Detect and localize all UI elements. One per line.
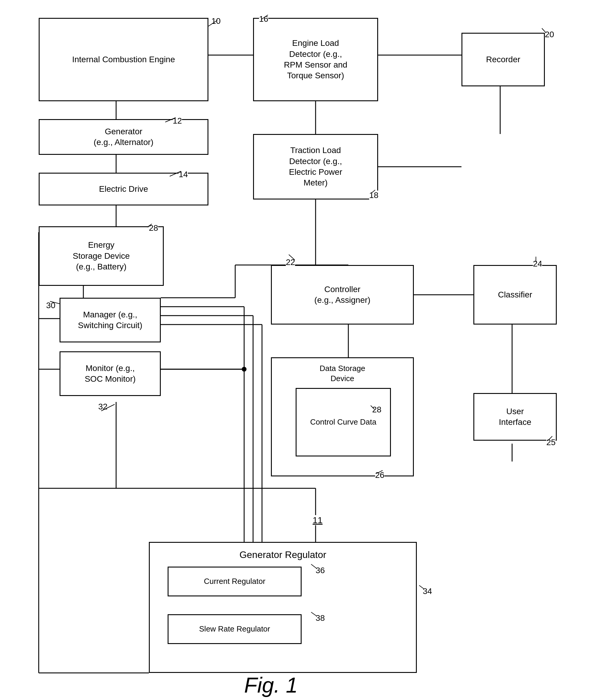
classifier-box: Classifier <box>473 265 557 325</box>
ref-30: 30 <box>46 301 55 310</box>
ice-label: Internal Combustion Engine <box>72 54 175 65</box>
generator-box: Generator(e.g., Alternator) <box>39 119 208 155</box>
ref-28-control: 28 <box>372 405 381 415</box>
current-regulator-label: Current Regulator <box>204 576 266 586</box>
ref-24: 24 <box>533 259 542 269</box>
ref-22: 22 <box>286 257 295 267</box>
ref-32: 32 <box>98 402 107 411</box>
user-interface-label: UserInterface <box>499 406 531 428</box>
slew-rate-box: Slew Rate Regulator <box>168 614 302 644</box>
user-interface-box: UserInterface <box>473 393 557 441</box>
ref-34: 34 <box>423 586 432 596</box>
junction-dot <box>242 367 247 372</box>
ref-25: 25 <box>546 438 556 447</box>
traction-load-box: Traction LoadDetector (e.g.,Electric Pow… <box>253 134 378 199</box>
monitor-label: Monitor (e.g.,SOC Monitor) <box>84 363 135 385</box>
ref-36: 36 <box>316 566 325 575</box>
ref-10: 10 <box>211 16 221 26</box>
data-storage-outer-box: Data StorageDevice Control Curve Data <box>271 357 414 476</box>
energy-storage-box: EnergyStorage Device(e.g., Battery) <box>39 226 164 286</box>
engine-load-label: Engine LoadDetector (e.g.,RPM Sensor and… <box>284 38 347 81</box>
controller-label: Controller(e.g., Assigner) <box>315 284 370 306</box>
energy-storage-label: EnergyStorage Device(e.g., Battery) <box>73 240 129 272</box>
recorder-label: Recorder <box>486 54 520 65</box>
ref-12: 12 <box>173 116 182 126</box>
diagram: Internal Combustion Engine 10 Generator(… <box>0 0 602 700</box>
generator-label: Generator(e.g., Alternator) <box>94 126 154 148</box>
ice-box: Internal Combustion Engine <box>39 18 208 101</box>
traction-load-label: Traction LoadDetector (e.g.,Electric Pow… <box>289 145 343 189</box>
data-storage-label: Data StorageDevice <box>320 364 365 384</box>
ref-28-energy: 28 <box>149 223 158 233</box>
ref-20: 20 <box>545 30 554 39</box>
electric-drive-label: Electric Drive <box>99 184 148 195</box>
gen-regulator-label: Generator Regulator <box>240 549 326 561</box>
manager-label: Manager (e.g.,Switching Circuit) <box>78 309 142 331</box>
ref-11: 11 <box>312 515 322 525</box>
ref-16: 16 <box>259 14 268 24</box>
manager-box: Manager (e.g.,Switching Circuit) <box>59 298 161 343</box>
engine-load-box: Engine LoadDetector (e.g.,RPM Sensor and… <box>253 18 378 101</box>
figure-label: Fig. 1 <box>244 673 298 697</box>
recorder-box: Recorder <box>461 33 545 86</box>
slew-rate-label: Slew Rate Regulator <box>199 624 270 634</box>
monitor-box: Monitor (e.g.,SOC Monitor) <box>59 351 161 396</box>
control-curve-label: Control Curve Data <box>310 417 377 427</box>
ref-14: 14 <box>179 170 188 179</box>
ref-38: 38 <box>316 614 325 623</box>
ref-18: 18 <box>369 191 378 200</box>
classifier-label: Classifier <box>498 290 532 300</box>
ref-26: 26 <box>375 470 384 480</box>
control-curve-box: Control Curve Data <box>296 388 391 456</box>
current-regulator-box: Current Regulator <box>168 567 302 596</box>
gen-regulator-outer-box: Generator Regulator Current Regulator Sl… <box>149 542 417 673</box>
controller-box: Controller(e.g., Assigner) <box>271 265 414 325</box>
